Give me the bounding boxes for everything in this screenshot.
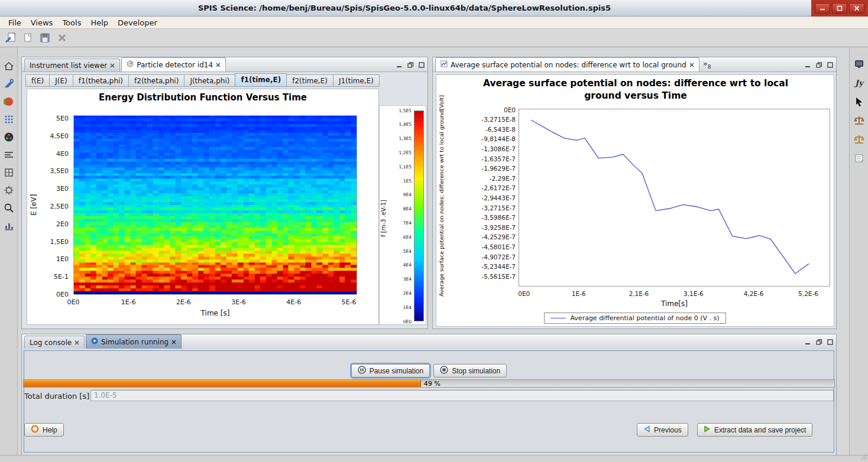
colorbar-gradient	[414, 110, 424, 321]
subtab-J-E[interactable]: J(E)	[49, 74, 73, 87]
help-button[interactable]: Help	[24, 423, 64, 437]
pause-simulation-button[interactable]: Pause simulation	[351, 364, 430, 378]
tools-icon[interactable]	[3, 78, 15, 90]
panel-float-icon[interactable]	[815, 339, 822, 346]
extract-data-button[interactable]: Extract data and save project	[697, 423, 812, 437]
new-document-icon[interactable]	[21, 31, 35, 45]
tick-label: 2,1E-6	[621, 290, 656, 298]
panel-float-icon[interactable]	[815, 61, 822, 69]
close-icon	[854, 5, 860, 11]
potential-panel: Average surface potential on nodes: diff…	[432, 57, 837, 329]
subtab-J-theta-phi[interactable]: J(theta,phi)	[184, 74, 235, 87]
tick-label: -1,3086E-7	[447, 145, 516, 153]
chart-icon[interactable]	[3, 220, 15, 232]
subtab-f1-time-E[interactable]: f1(time,E)	[235, 73, 287, 87]
particles-icon[interactable]	[3, 113, 15, 125]
panel-minimize-icon[interactable]	[804, 61, 811, 69]
extract-arrow-icon	[704, 425, 711, 434]
balance-icon[interactable]	[853, 134, 865, 145]
menubar: File Views Tools Help Developer	[0, 17, 868, 29]
panel-minimize-icon[interactable]	[804, 339, 811, 346]
tick-label: 2E0	[27, 220, 69, 228]
zoom-icon[interactable]	[3, 202, 15, 214]
heatmap-plot-area[interactable]	[73, 115, 357, 295]
tick-label: 0E0	[391, 319, 412, 324]
tick-label: 1E0	[27, 255, 69, 263]
tick-label: 1E-6	[111, 298, 146, 306]
tick-label: 3,5E0	[27, 167, 69, 175]
tick-label: 9E4	[391, 192, 412, 197]
subtab-f2-time-E[interactable]: f2(time,E)	[286, 74, 333, 87]
tick-label: -5,5615E-7	[447, 273, 516, 281]
menu-help[interactable]: Help	[86, 17, 113, 29]
tick-label: -3,2715E-7	[447, 204, 516, 212]
x-axis-label: Time[s]	[519, 300, 830, 308]
home-icon[interactable]	[3, 60, 15, 72]
close-icon[interactable]	[689, 63, 694, 67]
close-icon[interactable]	[75, 340, 79, 345]
simulation-progress-bar: 49 %	[23, 379, 835, 388]
measure-icon[interactable]	[3, 149, 15, 161]
menu-tools[interactable]: Tools	[57, 17, 86, 29]
resize-grip-icon[interactable]	[861, 453, 867, 461]
simulation-icon	[91, 337, 98, 346]
heatmap-canvas[interactable]	[74, 116, 357, 294]
jython-console-icon[interactable]: Jy	[853, 77, 865, 89]
subtab-J1-time-E[interactable]: J1(time,E)	[333, 74, 380, 87]
subtab-f1-theta-phi[interactable]: f1(theta,phi)	[73, 74, 129, 87]
window-minimize-button[interactable]	[815, 3, 830, 14]
line-plot-area[interactable]	[519, 109, 830, 287]
stop-simulation-button[interactable]: Stop simulation	[433, 364, 507, 378]
window-maximize-button[interactable]	[832, 3, 847, 14]
tick-label: -6,543E-8	[447, 126, 516, 134]
close-icon[interactable]	[171, 340, 176, 344]
menu-developer[interactable]: Developer	[113, 17, 162, 29]
tick-label: 3,1E-6	[676, 290, 711, 298]
panel-maximize-icon[interactable]	[418, 61, 425, 69]
tick-label: 1E5	[391, 178, 412, 184]
panel-maximize-icon[interactable]	[827, 61, 834, 69]
color-wheel-icon[interactable]	[3, 131, 15, 143]
subtab-f-E[interactable]: f(E)	[25, 74, 50, 87]
scales-icon[interactable]	[853, 115, 865, 126]
tab-average-surface-potential[interactable]: Average surface potential on nodes: diff…	[435, 57, 699, 71]
window-title: SPIS Science: /home/benj/Bureau/Spis/Spi…	[0, 0, 809, 17]
tab-simulation-running[interactable]: Simulation running	[86, 334, 182, 349]
tick-label: -3,5986E-7	[447, 214, 516, 222]
tick-label: 0E0	[56, 298, 91, 306]
close-icon[interactable]	[216, 63, 221, 67]
settings-gear-icon[interactable]	[3, 184, 15, 196]
tick-label: 2E-6	[166, 298, 201, 306]
import-project-icon[interactable]	[4, 31, 18, 45]
hidden-tabs-chevron[interactable]: »8	[703, 59, 711, 71]
close-icon[interactable]	[110, 63, 115, 68]
tick-label: 8E4	[391, 206, 412, 212]
tick-label: 1,4E5	[391, 122, 412, 127]
tick-label: 1E-6	[561, 290, 597, 298]
tick-label: 4E4	[391, 262, 412, 268]
tick-label: 5E4	[391, 249, 412, 254]
tab-particle-detector[interactable]: Particle detector id14	[121, 57, 226, 71]
delete-icon[interactable]	[55, 31, 69, 45]
tab-log-console[interactable]: Log console	[24, 336, 85, 349]
simulation-control-area: Pause simulation Stop simulation 49 % To…	[22, 349, 836, 455]
transform-grid-icon[interactable]	[3, 167, 15, 178]
display-icon[interactable]	[853, 58, 865, 70]
previous-button[interactable]: Previous	[637, 423, 688, 437]
panel-maximize-icon[interactable]	[827, 339, 834, 346]
menu-views[interactable]: Views	[26, 17, 58, 29]
panel-minimize-icon[interactable]	[396, 61, 403, 69]
chart-title: Average surface potential on nodes: diff…	[470, 77, 801, 102]
save-project-icon[interactable]	[38, 31, 52, 45]
window-close-button[interactable]	[849, 3, 864, 14]
tab-label: Particle detector id14	[137, 61, 213, 69]
menu-file[interactable]: File	[4, 17, 26, 29]
tab-instrument-list-viewer[interactable]: Instrument list viewer	[24, 58, 120, 71]
subtab-f2-theta-phi[interactable]: f2(theta,phi)	[128, 74, 184, 87]
pause-button-label: Pause simulation	[370, 367, 423, 375]
cursor-icon[interactable]	[853, 96, 865, 108]
panel-float-icon[interactable]	[407, 61, 414, 69]
sphere-view-icon[interactable]	[3, 96, 15, 108]
notes-icon[interactable]	[853, 152, 865, 164]
tab-label: Instrument list viewer	[30, 61, 107, 70]
